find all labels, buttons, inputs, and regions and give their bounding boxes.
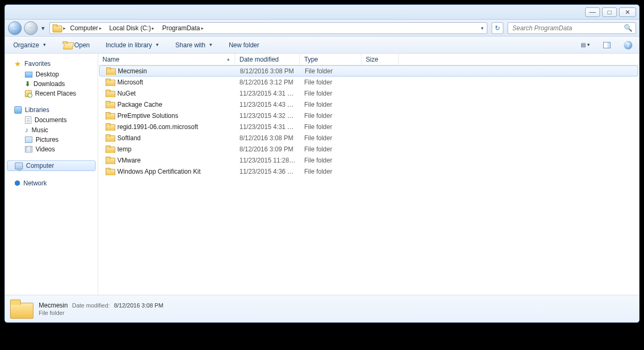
star-icon: ★ bbox=[14, 59, 21, 68]
share-with-menu[interactable]: Share with▼ bbox=[172, 39, 216, 51]
preview-pane-button[interactable] bbox=[601, 39, 613, 51]
column-name[interactable]: Name▲ bbox=[98, 54, 235, 65]
file-row[interactable]: PreEmptive Solutions11/23/2015 4:32 PMFi… bbox=[98, 110, 639, 121]
file-name: temp bbox=[117, 146, 132, 153]
file-row[interactable]: Microsoft8/12/2016 3:12 PMFile folder bbox=[98, 76, 639, 88]
recent-icon bbox=[25, 90, 32, 97]
chevron-right-icon: ▸ bbox=[151, 25, 156, 31]
file-row[interactable]: VMware11/23/2015 11:28 ...File folder bbox=[98, 155, 639, 166]
folder-icon bbox=[106, 168, 114, 175]
file-row[interactable]: regid.1991-06.com.microsoft11/23/2015 4:… bbox=[98, 121, 639, 132]
file-list: Name▲ Date modified Type Size Mecmesin8/… bbox=[98, 54, 639, 295]
favorites-group[interactable]: ★Favorites bbox=[5, 58, 98, 70]
column-size[interactable]: Size bbox=[362, 54, 399, 65]
document-icon bbox=[25, 116, 31, 124]
file-row[interactable]: Package Cache11/23/2015 4:43 PMFile fold… bbox=[98, 99, 639, 110]
views-icon: ▤ bbox=[581, 42, 585, 48]
nav-documents[interactable]: Documents bbox=[5, 115, 98, 125]
address-dropdown[interactable]: ▾ bbox=[481, 25, 484, 31]
breadcrumb-computer[interactable]: Computer▸ bbox=[67, 23, 106, 33]
help-button[interactable]: ? bbox=[622, 39, 634, 51]
nav-pictures[interactable]: Pictures bbox=[5, 135, 98, 144]
column-type[interactable]: Type bbox=[300, 54, 362, 65]
file-type: File folder bbox=[300, 134, 362, 142]
nav-item-label: Desktop bbox=[36, 71, 59, 78]
command-bar: Organize▼ Open Include in library▼ Share… bbox=[5, 37, 639, 54]
file-name: regid.1991-06.com.microsoft bbox=[117, 123, 198, 131]
minimize-button[interactable]: — bbox=[585, 7, 600, 17]
nav-item-label: Pictures bbox=[36, 136, 58, 143]
breadcrumb-label: ProgramData bbox=[162, 24, 200, 32]
folder-icon bbox=[106, 134, 114, 142]
nav-recent-places[interactable]: Recent Places bbox=[5, 89, 98, 98]
file-date: 8/12/2016 3:08 PM bbox=[236, 67, 300, 75]
file-date: 11/23/2015 4:31 PM bbox=[235, 90, 300, 97]
organize-menu[interactable]: Organize▼ bbox=[10, 39, 50, 51]
folder-icon bbox=[106, 112, 114, 119]
search-input[interactable] bbox=[511, 24, 624, 32]
include-in-library-menu[interactable]: Include in library▼ bbox=[102, 39, 162, 51]
details-name: Mecmesin bbox=[39, 302, 68, 309]
search-box[interactable]: 🔍 bbox=[508, 22, 636, 34]
chevron-right-icon: ▸ bbox=[98, 25, 103, 31]
open-button[interactable]: Open bbox=[59, 39, 93, 51]
file-date: 8/12/2016 3:08 PM bbox=[235, 134, 300, 142]
file-row[interactable]: temp8/12/2016 3:09 PMFile folder bbox=[98, 143, 639, 155]
change-view-button[interactable]: ▤▼ bbox=[580, 39, 591, 51]
file-date: 11/23/2015 4:32 PM bbox=[235, 112, 300, 119]
folder-icon bbox=[106, 90, 114, 97]
maximize-button[interactable]: □ bbox=[602, 7, 617, 17]
file-name: NuGet bbox=[117, 90, 136, 97]
chevron-down-icon: ▼ bbox=[155, 42, 159, 47]
file-type: File folder bbox=[300, 101, 362, 108]
close-button[interactable]: ✕ bbox=[619, 7, 636, 17]
file-type: File folder bbox=[300, 146, 362, 153]
forward-button[interactable]: → bbox=[24, 21, 38, 35]
nav-music[interactable]: ♪Music bbox=[5, 125, 98, 135]
breadcrumb[interactable]: ▸ Computer▸ Local Disk (C:)▸ ProgramData… bbox=[49, 22, 487, 34]
libraries-group[interactable]: Libraries bbox=[5, 105, 98, 115]
refresh-button[interactable]: ↻ bbox=[492, 22, 503, 34]
folder-icon bbox=[106, 101, 114, 108]
history-dropdown[interactable]: ▾ bbox=[40, 24, 46, 32]
close-icon: ✕ bbox=[625, 8, 630, 16]
computer-icon bbox=[15, 163, 23, 169]
file-row[interactable]: Windows App Certification Kit11/23/2015 … bbox=[98, 166, 639, 177]
back-button[interactable]: ← bbox=[8, 21, 22, 35]
computer-group[interactable]: Computer bbox=[7, 160, 96, 171]
chevron-right-icon: ▸ bbox=[200, 25, 205, 31]
details-date-value: 8/12/2016 3:08 PM bbox=[114, 302, 164, 309]
file-row[interactable]: Softland8/12/2016 3:08 PMFile folder bbox=[98, 132, 639, 143]
nav-item-label: Recent Places bbox=[35, 90, 76, 97]
file-type: File folder bbox=[300, 79, 362, 86]
file-name: Mecmesin bbox=[118, 67, 147, 75]
folder-icon bbox=[106, 67, 115, 75]
file-name: Package Cache bbox=[117, 101, 162, 108]
column-label: Type bbox=[304, 56, 318, 63]
breadcrumb-local-disk[interactable]: Local Disk (C:)▸ bbox=[106, 23, 159, 33]
details-folder-icon bbox=[10, 300, 32, 319]
nav-item-label: Downloads bbox=[33, 80, 65, 88]
new-folder-button[interactable]: New folder bbox=[226, 39, 262, 51]
arrow-right-icon: → bbox=[28, 24, 34, 32]
column-label: Size bbox=[366, 56, 378, 63]
location-folder-icon bbox=[53, 24, 61, 32]
file-date: 8/12/2016 3:12 PM bbox=[235, 79, 300, 86]
chevron-down-icon: ▼ bbox=[42, 42, 47, 47]
titlebar: — □ ✕ bbox=[5, 5, 639, 20]
nav-desktop[interactable]: Desktop bbox=[5, 70, 98, 79]
file-date: 11/23/2015 4:43 PM bbox=[235, 101, 300, 108]
file-row[interactable]: Mecmesin8/12/2016 3:08 PMFile folder bbox=[99, 65, 638, 76]
preview-pane-icon bbox=[603, 42, 611, 48]
column-date-modified[interactable]: Date modified bbox=[235, 54, 300, 65]
breadcrumb-programdata[interactable]: ProgramData▸ bbox=[159, 23, 208, 33]
network-group[interactable]: ⬢Network bbox=[5, 177, 98, 189]
minimize-icon: — bbox=[589, 8, 596, 16]
file-date: 11/23/2015 4:36 PM bbox=[235, 168, 300, 175]
file-row[interactable]: NuGet11/23/2015 4:31 PMFile folder bbox=[98, 88, 639, 99]
file-name: Microsoft bbox=[117, 79, 143, 86]
open-label: Open bbox=[74, 41, 90, 49]
nav-downloads[interactable]: ⬇Downloads bbox=[5, 79, 98, 89]
file-date: 8/12/2016 3:09 PM bbox=[235, 146, 300, 153]
nav-videos[interactable]: Videos bbox=[5, 144, 98, 154]
